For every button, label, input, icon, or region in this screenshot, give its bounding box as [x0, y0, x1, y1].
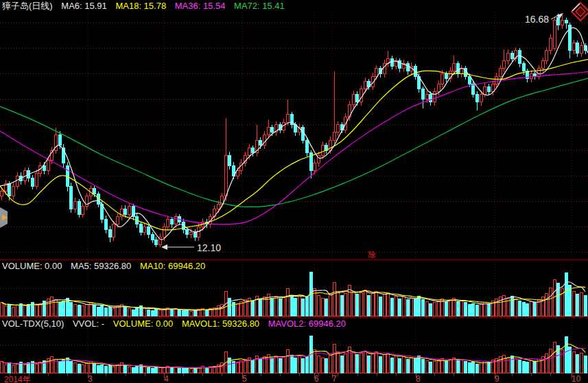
ma6-label: MA6: 15.91	[61, 1, 107, 11]
stock-title: 獐子岛(日线)	[2, 1, 53, 11]
diamond-logo	[572, 3, 588, 21]
mavol2-label: MAVOL2: 69946.20	[268, 318, 346, 329]
voltdx-panel-header: VOL-TDX(5,10) VVOL: - VOLUME: 0.00 MAVOL…	[2, 319, 352, 329]
volume-label: VOLUME: 0.00	[2, 261, 62, 271]
ma72-label: MA72: 15.41	[234, 1, 285, 11]
month-label-3: 3	[88, 374, 93, 383]
low-annotation: 12.10	[197, 242, 221, 253]
ex-rights-marker: 除	[368, 251, 376, 259]
ma-overlays	[0, 27, 588, 240]
month-label-8: 8	[416, 374, 421, 383]
stock-chart-app: 16.6812.10除 獐子岛(日线) MA6: 15.91 MA18: 15.…	[0, 0, 588, 383]
month-label-10: 10	[572, 374, 580, 383]
month-label-4: 4	[164, 374, 169, 383]
voltdx-label: VOL-TDX(5,10)	[2, 318, 64, 329]
year-label: 2014年	[4, 374, 31, 383]
ma6-line	[0, 27, 588, 240]
high-annotation: 16.68	[525, 14, 549, 25]
ma18-label: MA18: 15.78	[115, 1, 166, 11]
vvol-label: VVOL: -	[73, 318, 104, 329]
vol-ma5-label: MA5: 59326.80	[71, 261, 131, 271]
main-chart-header: 獐子岛(日线) MA6: 15.91 MA18: 15.78 MA36: 15.…	[2, 1, 291, 11]
time-axis[interactable]: 2014年345678910	[0, 374, 588, 383]
month-label-6: 6	[314, 374, 319, 383]
volume-panel	[1, 272, 587, 316]
volume-panel-header: VOLUME: 0.00 MA5: 59326.80 MA10: 69946.2…	[2, 262, 211, 271]
mavol1-label: MAVOL1: 59326.80	[182, 318, 259, 329]
month-label-5: 5	[242, 374, 247, 383]
watermark-shape	[0, 207, 8, 228]
voltdx-volume-label: VOLUME: 0.00	[113, 318, 173, 329]
candles-group	[1, 14, 587, 248]
ma72-line	[0, 78, 588, 207]
month-label-7: 7	[332, 374, 337, 383]
ma36-label: MA36: 15.54	[175, 1, 226, 11]
month-label-9: 9	[495, 374, 499, 383]
voltdx-panel	[1, 336, 587, 373]
vol-ma10-label: MA10: 69946.20	[140, 261, 205, 271]
